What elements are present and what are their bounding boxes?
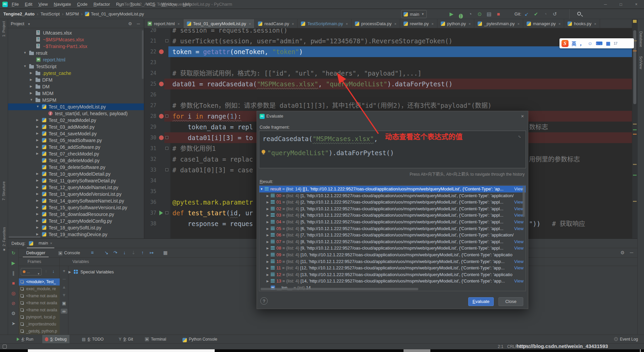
chevron-right-icon[interactable]: ▶	[36, 212, 39, 216]
menu-item-edit[interactable]: Edit	[22, 0, 35, 9]
emoji-icon[interactable]: ☺	[588, 41, 592, 46]
frame-row[interactable]: pyimport, local.p	[19, 314, 60, 321]
chevron-right-icon[interactable]: ▶	[36, 138, 39, 142]
hide-panel-icon[interactable]: ─	[137, 19, 140, 28]
toolwindow-button-pythonconsole[interactable]: Python Console	[180, 335, 220, 343]
tab-debugger[interactable]: Debugger	[23, 248, 49, 257]
chevron-right-icon[interactable]: ▶	[265, 265, 270, 271]
badge-17[interactable]: 17	[614, 42, 618, 45]
add-watch-icon[interactable]: +	[60, 268, 68, 273]
breakpoint-icon[interactable]	[159, 82, 164, 86]
tree-item[interactable]: ▶DFM	[8, 77, 144, 83]
tree-item[interactable]: ▶DM	[8, 83, 144, 90]
project-panel-header[interactable]: Project ▼ ⚙─	[8, 19, 144, 28]
breadcrumb-item[interactable]: Tengine2_Auto	[3, 9, 35, 19]
chevron-right-icon[interactable]: ▶	[36, 172, 39, 175]
fold-marker-icon[interactable]	[165, 115, 168, 118]
tree-item[interactable]: ▶Test_17_queryModelConfig.py	[8, 218, 144, 224]
close-icon[interactable]: ×	[558, 22, 560, 26]
chevron-right-icon[interactable]: ▶	[30, 71, 32, 75]
chevron-right-icon[interactable]: ▶	[265, 232, 270, 238]
menu-item-file[interactable]: File	[9, 0, 22, 9]
tab-test-01-querymodellist-py[interactable]: Test_01_queryModelList.py×	[183, 19, 255, 28]
tree-item[interactable]: ▶Test_04_saveModel.py	[8, 130, 144, 137]
move-up-icon[interactable]: ▲	[60, 284, 68, 290]
toolwindow-button-run[interactable]: 4: Run	[14, 335, 36, 343]
tree-item[interactable]: ▶Test_07_checkModel.py	[8, 150, 144, 157]
result-row[interactable]: ▶10 = {list: 4} [11, 'http://10.12.1.222…	[259, 258, 526, 265]
toolwindow-button-todo[interactable]: ▤6: TODO	[79, 335, 106, 343]
fold-marker-icon[interactable]	[165, 39, 168, 42]
expand-icon[interactable]: ↔	[517, 133, 524, 140]
view-link[interactable]: View	[514, 238, 526, 245]
keyboard-icon[interactable]: ⌨	[596, 41, 602, 46]
close-icon[interactable]: ×	[431, 22, 433, 26]
result-row[interactable]: ▶02 = {list: 4} [3, 'http://10.12.1.222:…	[259, 206, 526, 212]
tab-rewrite-py[interactable]: rewrite.py×	[400, 19, 437, 28]
tree-item[interactable]: Test_09_deleteSoftware.py	[8, 164, 144, 171]
chevron-right-icon[interactable]: ▶	[36, 219, 39, 222]
chevron-down-icon[interactable]: ▼	[30, 98, 33, 101]
result-row[interactable]: ▶06 = {list: 4} [7, 'http://10.12.1.222:…	[259, 232, 526, 238]
tree-item[interactable]: ?~$Training-Part1.xlsx	[8, 43, 144, 50]
tree-item[interactable]: ▶Test_15_querySoftwareVersionList.py	[8, 204, 144, 211]
stripe-tab-database[interactable]: Database	[639, 31, 643, 47]
git-action-icon[interactable]: ✔	[531, 9, 541, 19]
tree-item[interactable]: ▶Test_16_downloadResource.py	[8, 211, 144, 218]
result-row[interactable]: ▶08 = {list: 4} [9, 'http://10.12.1.222:…	[259, 245, 526, 252]
tab-testscript-main-py[interactable]: TestScript\main.py×	[298, 19, 352, 28]
chevron-right-icon[interactable]: ▶	[30, 91, 32, 95]
chevron-down-icon[interactable]: ▼	[23, 51, 26, 54]
run-configuration-selector[interactable]: main ▼	[401, 10, 427, 18]
step-into-icon[interactable]: ↓	[120, 248, 129, 257]
chevron-right-icon[interactable]: ▶	[36, 132, 39, 135]
tree-item[interactable]: ▶Test_06_addSoftware.py	[8, 144, 144, 150]
gear-icon[interactable]: ⚙	[128, 19, 132, 28]
code-line-25[interactable]: 25data01 = readCasedata("MSPMcases.xlsx"…	[144, 79, 632, 89]
search-everywhere-button[interactable]	[577, 10, 581, 16]
close-icon[interactable]: ×	[594, 22, 596, 26]
menu-item-refactor[interactable]: Refactor	[91, 0, 113, 9]
view-breakpoints-icon[interactable]: ◎	[8, 291, 19, 296]
code-line-27[interactable]: 27# 参数化Token，例如：请求参数是 data01[1][3]，其中1代表…	[144, 100, 632, 111]
fold-marker-icon[interactable]	[165, 168, 168, 171]
toolbar-icon[interactable]: ⊙	[475, 9, 484, 22]
chevron-right-icon[interactable]: ▶	[265, 252, 270, 258]
menu-item-code[interactable]: Code	[74, 0, 91, 9]
toolwindow-button-debug[interactable]: 5: Debug	[42, 335, 69, 343]
view-link[interactable]: View	[514, 225, 526, 232]
view-link[interactable]: View	[514, 219, 526, 225]
result-row[interactable]: ▶07 = {list: 4} [8, 'http://10.12.1.222:…	[259, 238, 526, 245]
stop-icon[interactable]: ■	[494, 9, 503, 22]
code-line-23[interactable]: 23	[144, 57, 632, 68]
thread-selector[interactable]: ... ▼	[21, 268, 42, 275]
chevron-right-icon[interactable]: ▶	[36, 206, 39, 209]
frame-row[interactable]: <frame not availa	[19, 307, 60, 314]
pause-icon[interactable]: ∥	[8, 270, 19, 276]
result-tree[interactable]: ▼result = {list: 14} [[1, 'http://10.12.…	[259, 185, 526, 291]
close-icon[interactable]: ×	[394, 22, 396, 26]
chevron-right-icon[interactable]: ▶	[265, 199, 270, 206]
chevron-right-icon[interactable]: ▶	[36, 145, 39, 148]
debug-session-tab[interactable]: main ×	[27, 239, 54, 248]
stop-icon[interactable]: ■	[8, 280, 19, 286]
tree-item[interactable]: ▶Test_14_querySoftwareNameList.py	[8, 197, 144, 204]
view-link[interactable]: View	[514, 278, 526, 284]
frame-down-icon[interactable]: ↓	[52, 269, 55, 274]
tree-item[interactable]: ?~$MSPMcases.xlsx	[8, 36, 144, 43]
chevron-right-icon[interactable]: ▶	[265, 192, 270, 199]
stripe-tab-sciview[interactable]: SciView	[639, 56, 643, 69]
chevron-right-icon[interactable]: ▶	[36, 192, 39, 195]
fold-marker-icon[interactable]	[165, 211, 168, 214]
close-icon[interactable]: ×	[518, 22, 520, 26]
chevron-right-icon[interactable]: ▶	[265, 271, 270, 278]
hide-icon[interactable]: ─	[630, 248, 633, 257]
git-action-icon[interactable]: ↙	[522, 9, 531, 19]
evaluate-button[interactable]: Evaluate	[468, 297, 494, 306]
view-link[interactable]: View	[514, 265, 526, 271]
view-breakpoints-icon[interactable]: ▦	[161, 248, 170, 257]
close-icon[interactable]: ×	[469, 22, 471, 26]
tab-report-html[interactable]: Hreport.html×	[144, 19, 183, 28]
tree-item[interactable]: ▶Test_11_querySoftwareDetail.py	[8, 177, 144, 184]
tree-item[interactable]: ▶Test_18_querySoftList.py	[8, 224, 144, 231]
